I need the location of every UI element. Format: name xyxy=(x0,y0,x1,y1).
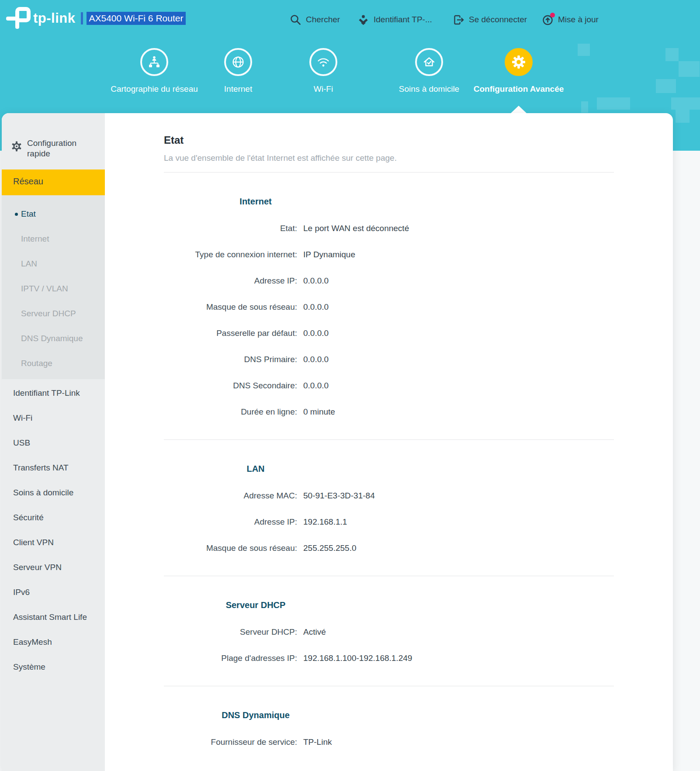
submenu-item-label: Serveur DHCP xyxy=(21,309,76,318)
decor-square xyxy=(581,101,588,113)
submenu-item[interactable]: Internet xyxy=(21,233,105,245)
status-row: Durée en ligne: 0 minute xyxy=(164,406,614,418)
tab-wifi[interactable]: Wi-Fi xyxy=(275,45,371,94)
sidebar-item[interactable]: Identifiant TP-Link xyxy=(13,387,105,399)
tab-label: Cartographie du réseau xyxy=(106,84,202,94)
status-row: Adresse IP: 0.0.0.0 xyxy=(164,275,614,287)
submenu-item[interactable]: DNS Dynamique xyxy=(21,333,105,344)
tab-label: Wi-Fi xyxy=(275,84,371,94)
status-row: Serveur DHCP: Activé xyxy=(164,626,614,638)
tplink-id-label: Identifiant TP-... xyxy=(374,15,432,24)
status-section: Serveur DHCP Serveur DHCP: Activé Plage … xyxy=(164,576,614,664)
submenu-item-label: Routage xyxy=(21,359,52,368)
status-row: Adresse IP: 192.168.1.1 xyxy=(164,516,614,528)
network-group-label: Réseau xyxy=(13,176,43,187)
brand-area: tp-link AX5400 Wi-Fi 6 Router xyxy=(5,5,186,31)
decor-square xyxy=(597,97,630,110)
row-label: Adresse MAC: xyxy=(164,490,297,501)
submenu-item-label: DNS Dynamique xyxy=(21,334,83,343)
page-description: La vue d'ensemble de l'état Internet est… xyxy=(164,153,614,163)
sidebar-item[interactable]: IPv6 xyxy=(13,587,105,598)
sidebar-item[interactable]: Wi-Fi xyxy=(13,412,105,424)
sidebar: Configuration rapide Réseau EtatInternet… xyxy=(2,113,105,771)
home-care-icon xyxy=(415,48,443,76)
submenu-item[interactable]: LAN xyxy=(21,258,105,270)
row-label: Type de connexion internet: xyxy=(164,249,297,260)
submenu-item-label: Etat xyxy=(21,209,36,218)
row-value: TP-Link xyxy=(303,736,332,748)
logout-icon xyxy=(453,14,464,26)
sidebar-item[interactable]: Assistant Smart Life xyxy=(13,612,105,623)
tab-network-map[interactable]: Cartographie du réseau xyxy=(106,45,202,94)
active-tab-pointer xyxy=(511,106,527,113)
row-value: 50-91-E3-3D-31-84 xyxy=(303,490,375,501)
decor-square xyxy=(679,61,700,77)
tab-label: Soins à domicile xyxy=(381,84,477,94)
status-row: DNS Primaire: 0.0.0.0 xyxy=(164,354,614,365)
section-rows: Fournisseur de service: TP-Link xyxy=(164,736,614,748)
update-button[interactable]: Mise à jour xyxy=(542,13,599,26)
submenu-item[interactable]: Etat xyxy=(21,208,105,220)
tplink-id-button[interactable]: Identifiant TP-... xyxy=(357,13,432,26)
wifi-icon xyxy=(309,48,337,76)
tab-advanced-settings[interactable]: Configuration Avancée xyxy=(471,45,567,94)
submenu-item[interactable]: Routage xyxy=(21,358,105,369)
row-value: 0.0.0.0 xyxy=(303,301,329,313)
sidebar-item[interactable]: Serveur VPN xyxy=(13,562,105,573)
sidebar-item[interactable]: Système xyxy=(13,661,105,673)
status-section: DNS Dynamique Fournisseur de service: TP… xyxy=(164,686,614,748)
sidebar-item-quick-setup[interactable]: Configuration rapide xyxy=(2,136,105,159)
status-section: LAN Adresse MAC: 50-91-E3-3D-31-84 Adres… xyxy=(164,439,614,554)
status-row: Passerelle par défaut: 0.0.0.0 xyxy=(164,328,614,339)
row-value: Activé xyxy=(303,626,326,638)
row-label: Etat: xyxy=(164,223,297,234)
row-value: 0.0.0.0 xyxy=(303,275,329,287)
device-title-selected-text[interactable]: AX5400 Wi-Fi 6 Router xyxy=(87,12,186,25)
submenu-item[interactable]: IPTV / VLAN xyxy=(21,283,105,294)
tab-internet[interactable]: Internet xyxy=(190,45,286,94)
status-row: Adresse MAC: 50-91-E3-3D-31-84 xyxy=(164,490,614,501)
row-value: 0.0.0.0 xyxy=(303,354,329,365)
sidebar-item[interactable]: Sécurité xyxy=(13,512,105,523)
gear-icon xyxy=(505,48,533,76)
decor-square xyxy=(665,48,679,61)
decor-square xyxy=(656,79,676,93)
status-row: Fournisseur de service: TP-Link xyxy=(164,736,614,748)
sidebar-group-network[interactable]: Réseau xyxy=(2,169,105,195)
decor-square xyxy=(671,97,700,110)
tab-label: Internet xyxy=(190,84,286,94)
search-button[interactable]: Chercher xyxy=(290,13,340,26)
tab-homecare[interactable]: Soins à domicile xyxy=(381,45,477,94)
sidebar-item[interactable]: Transferts NAT xyxy=(13,462,105,474)
sidebar-item[interactable]: USB xyxy=(13,437,105,449)
status-row: DNS Secondaire: 0.0.0.0 xyxy=(164,380,614,391)
update-notification-dot xyxy=(550,13,555,17)
row-label: Durée en ligne: xyxy=(164,406,297,418)
main-card: Configuration rapide Réseau EtatInternet… xyxy=(2,113,673,771)
network-map-icon xyxy=(140,48,168,76)
sidebar-item[interactable]: Client VPN xyxy=(13,537,105,548)
tp-link-logo-icon xyxy=(5,7,31,30)
status-section: Internet Etat: Le port WAN est déconnect… xyxy=(164,172,614,418)
status-row: Etat: Le port WAN est déconnecté xyxy=(164,223,614,234)
row-value: 255.255.255.0 xyxy=(303,543,357,554)
row-label: Adresse IP: xyxy=(164,275,297,287)
section-divider xyxy=(164,172,614,173)
section-title: Serveur DHCP xyxy=(164,599,347,611)
submenu-item[interactable]: Serveur DHCP xyxy=(21,308,105,319)
router-admin-page: tp-link AX5400 Wi-Fi 6 Router Chercher I… xyxy=(0,0,700,771)
row-value: 0.0.0.0 xyxy=(303,328,329,339)
update-icon xyxy=(542,14,554,26)
decor-square xyxy=(676,110,690,123)
logout-button[interactable]: Se déconnecter xyxy=(453,13,527,26)
decor-square xyxy=(578,44,590,56)
row-value: 0.0.0.0 xyxy=(303,380,329,391)
sidebar-item[interactable]: Soins à domicile xyxy=(13,487,105,498)
section-divider xyxy=(164,686,614,686)
section-divider xyxy=(164,439,614,440)
sidebar-item[interactable]: EasyMesh xyxy=(13,636,105,648)
page-title: Etat xyxy=(164,134,614,147)
row-value: 0 minute xyxy=(303,406,335,418)
section-rows: Adresse MAC: 50-91-E3-3D-31-84 Adresse I… xyxy=(164,490,614,554)
network-submenu: EtatInternetLANIPTV / VLANServeur DHCPDN… xyxy=(2,195,105,379)
